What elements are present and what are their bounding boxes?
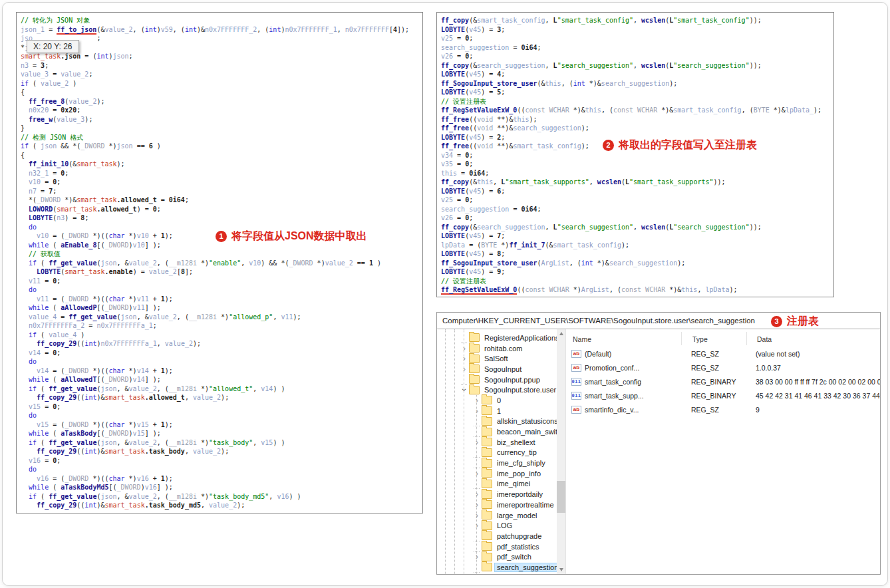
registry-tree-item-beacon-main-switch[interactable]: beacon_main_switch [437, 426, 565, 437]
code-line: ff_copy_29((int)n0x7FFFFFFFa_1, value_2)… [21, 339, 422, 349]
tree-item-label[interactable]: 1 [495, 407, 503, 415]
tree-item-label[interactable]: LOG [495, 521, 514, 529]
registry-tree-item-ime-qimei[interactable]: ime_qimei [437, 479, 565, 490]
tree-item-label[interactable]: currency_tip [495, 448, 539, 456]
expand-chevron-icon[interactable]: › [460, 365, 469, 374]
scrollbar-down-arrow[interactable] [557, 565, 565, 574]
expand-chevron-icon[interactable]: › [460, 354, 469, 363]
expand-chevron-icon[interactable]: › [472, 406, 482, 416]
tree-item-label[interactable]: pdf_switch [495, 553, 533, 561]
registry-tree-item-allskin-statusiconstatis[interactable]: allskin_statusiconstatis [437, 416, 565, 427]
registry-value-row[interactable]: 011smart_task_configREG_BINARY38 03 00 0… [566, 374, 880, 388]
code-line: ff_free((void **)&search_suggestion); [441, 124, 833, 133]
expand-chevron-icon[interactable]: › [472, 469, 482, 478]
tree-item-label[interactable]: biz_shellext [495, 438, 537, 446]
code-line: if ( value_2 ) [21, 79, 422, 88]
tree-scrollbar[interactable] [557, 329, 565, 574]
registry-tree-item-imereportdaily[interactable]: ›imereportdaily [437, 489, 565, 500]
tree-item-label[interactable]: imereportdaily [495, 490, 545, 498]
expand-chevron-icon[interactable]: › [460, 344, 469, 353]
column-header-type[interactable]: Type [692, 335, 757, 343]
expand-chevron-icon[interactable]: › [472, 521, 482, 530]
annotation-3-badge: 3 [771, 316, 782, 327]
registry-tree-item-pdf-statistics[interactable]: pdf_statistics [437, 541, 565, 552]
registry-tree-item-imereportrealtime[interactable]: ›imereportrealtime [437, 500, 565, 510]
code-line: search_suggestion = 0i64; [441, 43, 833, 53]
code-line: v14 = 0; [21, 349, 422, 358]
registry-tree-item-0[interactable]: ›0 [437, 395, 565, 406]
tree-item-label[interactable]: patchupgrade [495, 532, 543, 540]
expand-chevron-icon[interactable]: › [472, 552, 482, 561]
registry-values-pane: Name Type Data ab(Default)REG_SZ(value n… [565, 329, 880, 574]
registry-tree-item-currency-tip[interactable]: currency_tip [437, 448, 565, 458]
tree-item-label[interactable]: SogouInput.store.user [482, 386, 558, 394]
column-header-data[interactable]: Data [757, 335, 880, 343]
tree-item-label[interactable]: large_model [495, 512, 539, 519]
column-separator[interactable] [746, 332, 747, 345]
tree-item-label[interactable]: search_suggestion [495, 563, 560, 571]
registry-tree-item-ime-pop-info[interactable]: ›ime_pop_info [437, 468, 565, 479]
code-line: jso ; [21, 34, 422, 43]
tree-item-label[interactable]: ime_cfg_shiply [495, 459, 547, 467]
code-line: ff_copy_29((int)&smart_task.allowed_t, v… [21, 393, 422, 402]
column-separator[interactable] [681, 332, 682, 345]
registry-tree-item-search-suggestion[interactable]: search_suggestion [437, 562, 565, 573]
registry-tree-item-ime-cfg-shiply[interactable]: ime_cfg_shiply [437, 458, 565, 468]
value-data: 9 [756, 406, 880, 414]
expand-chevron-icon[interactable]: › [472, 500, 482, 510]
registry-tree-item-large-model[interactable]: ›large_model [437, 510, 565, 521]
tree-item-label[interactable]: rohitab.com [482, 345, 524, 353]
expand-chevron-icon[interactable]: › [472, 438, 482, 447]
expand-chevron-icon[interactable]: › [472, 396, 482, 405]
collapse-chevron-icon[interactable]: › [460, 385, 469, 394]
column-header-name[interactable]: Name [566, 335, 692, 343]
tree-item-label[interactable]: pdf_statistics [495, 543, 541, 551]
expand-chevron-icon[interactable]: › [472, 490, 482, 499]
folder-icon [482, 448, 492, 457]
tree-item-label[interactable]: ime_qimei [495, 480, 532, 488]
tree-item-label[interactable]: ime_pop_info [495, 470, 543, 478]
registry-tree-item-biz-shellext[interactable]: ›biz_shellext [437, 437, 565, 448]
value-name: (Default) [585, 350, 611, 358]
code-line: ff_SogouInput_store_user(&this, (int *)&… [441, 79, 833, 88]
tree-item-label[interactable]: beacon_main_switch [495, 428, 565, 436]
registry-tree-item-sogouinput-store-user[interactable]: ›SogouInput.store.user [437, 384, 565, 395]
code-line: v16 = (_DWORD *)((char *)v16 + 1); [21, 474, 422, 484]
code-line: ff_free((void **)&this); [441, 115, 833, 124]
expand-chevron-icon[interactable]: › [472, 511, 482, 520]
registry-value-row[interactable]: abPromotion_conf...REG_SZ1.0.0.37 [566, 361, 880, 374]
tree-item-label[interactable]: imereportrealtime [495, 501, 556, 509]
registry-value-row[interactable]: absmartinfo_dic_v...REG_SZ9 [566, 402, 880, 416]
code-line: n3 = 3; [21, 61, 422, 71]
scrollbar-thumb[interactable] [557, 481, 565, 513]
code-line: n7 = 7; [21, 187, 422, 196]
tree-item-label[interactable]: SogouInput.ppup [482, 376, 542, 384]
tree-item-label[interactable]: SalSoft [482, 355, 510, 363]
registry-tree-item-patchupgrade[interactable]: patchupgrade [437, 531, 565, 541]
values-column-headers[interactable]: Name Type Data [566, 332, 880, 347]
tree-item-label[interactable]: RegisteredApplications [482, 334, 561, 342]
registry-value-row[interactable]: ab(Default)REG_SZ(value not set) [566, 347, 880, 361]
annotation-1: 1 将字段值从JSON数据中取出 [216, 229, 367, 243]
value-data: 45 42 42 31 41 46 41 33 42 30 36 37 44 4… [756, 392, 880, 400]
code-line: // 转化为 JSON 对象 [21, 16, 422, 25]
code-line: json_1 = ff_to_json(&value_2, (int)v59, … [21, 25, 422, 35]
code-line: v26 = 0; [441, 214, 833, 223]
registry-tree-item-log[interactable]: ›LOG [437, 520, 565, 531]
folder-icon [482, 521, 492, 530]
tree-item-label[interactable]: 0 [495, 396, 503, 404]
tree-item-label[interactable]: allskin_statusiconstatis [495, 417, 565, 425]
value-name: smart_task_supp... [585, 392, 644, 400]
registry-tree-item-1[interactable]: ›1 [437, 406, 565, 416]
value-data: (value not set) [756, 350, 880, 358]
folder-icon [469, 355, 480, 363]
registry-value-row[interactable]: 011smart_task_supp...REG_BINARY45 42 42 … [566, 388, 880, 402]
registry-tree-item-sogouinput[interactable]: ›SogouInput [437, 364, 565, 374]
registry-tree-item-sogouinput-ppup[interactable]: SogouInput.ppup [437, 374, 565, 385]
scrollbar-up-arrow[interactable] [557, 329, 565, 338]
tree-item-label[interactable]: SogouInput [482, 365, 523, 373]
registry-tree-item-registeredapplications[interactable]: RegisteredApplications [437, 333, 565, 343]
registry-tree-item-rohitab-com[interactable]: ›rohitab.com [437, 343, 565, 354]
registry-tree-item-pdf-switch[interactable]: ›pdf_switch [437, 551, 565, 562]
registry-tree-item-salsoft[interactable]: ›SalSoft [437, 353, 565, 364]
